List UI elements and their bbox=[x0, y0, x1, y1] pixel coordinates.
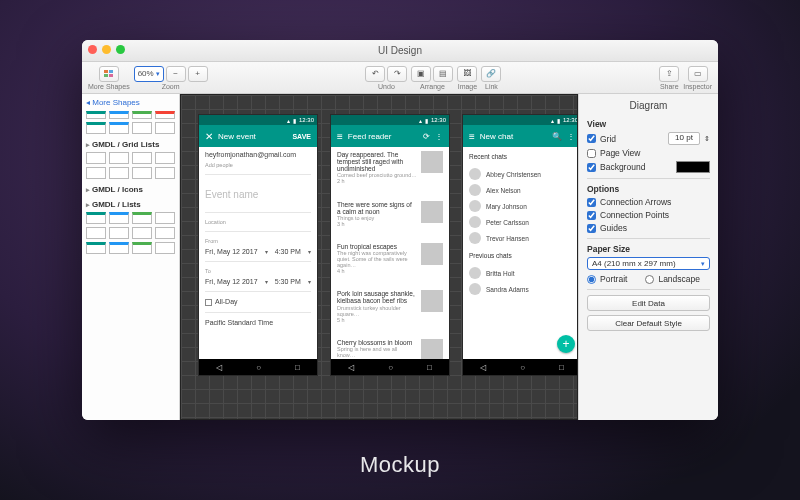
section-icons[interactable]: GMDL / Icons bbox=[86, 185, 175, 194]
shape-thumb[interactable] bbox=[155, 122, 175, 134]
conn-arrows-checkbox[interactable] bbox=[587, 198, 596, 207]
section-grid-lists[interactable]: GMDL / Grid Lists bbox=[86, 140, 175, 149]
clear-default-style-button[interactable]: Clear Default Style bbox=[587, 315, 710, 331]
shape-thumb[interactable] bbox=[86, 111, 106, 119]
inspector-button[interactable]: ▭ bbox=[688, 66, 708, 82]
overflow-icon[interactable]: ⋮ bbox=[435, 132, 443, 141]
shape-thumb[interactable] bbox=[155, 227, 175, 239]
chevron-down-icon[interactable]: ▾ bbox=[308, 278, 311, 285]
mockup-phone-new-event[interactable]: ▴ ▮ 12:30 ✕ New event SAVE heyfromjonath… bbox=[199, 115, 317, 375]
menu-icon[interactable]: ≡ bbox=[469, 131, 475, 142]
fab-new-chat[interactable]: + bbox=[557, 335, 575, 353]
shape-thumb[interactable] bbox=[132, 152, 152, 164]
chevron-down-icon[interactable]: ▾ bbox=[308, 248, 311, 255]
shape-thumb[interactable] bbox=[109, 167, 129, 179]
chat-item[interactable]: Mary Johnson bbox=[469, 198, 575, 214]
chat-item[interactable]: Peter Carlsson bbox=[469, 214, 575, 230]
from-date[interactable]: Fri, May 12 2017 bbox=[205, 248, 258, 255]
canvas[interactable]: ▴ ▮ 12:30 ✕ New event SAVE heyfromjonath… bbox=[180, 94, 578, 420]
guides-checkbox[interactable] bbox=[587, 224, 596, 233]
link-button[interactable]: 🔗 bbox=[481, 66, 501, 82]
shape-thumb[interactable] bbox=[132, 227, 152, 239]
shape-thumb[interactable] bbox=[86, 242, 106, 254]
paper-size-select[interactable]: A4 (210 mm x 297 mm) bbox=[587, 257, 710, 270]
shape-thumb[interactable] bbox=[155, 111, 175, 119]
shape-thumb[interactable] bbox=[86, 122, 106, 134]
section-lists[interactable]: GMDL / Lists bbox=[86, 200, 175, 209]
back-icon[interactable]: ◁ bbox=[348, 363, 354, 372]
shape-thumb[interactable] bbox=[132, 111, 152, 119]
background-checkbox[interactable] bbox=[587, 163, 596, 172]
undo-button[interactable]: ↶ bbox=[365, 66, 385, 82]
shape-thumb[interactable] bbox=[132, 212, 152, 224]
shape-thumb[interactable] bbox=[132, 122, 152, 134]
shapes-icon[interactable] bbox=[99, 66, 119, 82]
stepper-icon[interactable]: ⇕ bbox=[704, 135, 710, 143]
portrait-radio[interactable] bbox=[587, 275, 596, 284]
bring-front-button[interactable]: ▤ bbox=[433, 66, 453, 82]
chat-item[interactable]: Alex Nelson bbox=[469, 182, 575, 198]
send-back-button[interactable]: ▣ bbox=[411, 66, 431, 82]
feed-item[interactable]: Fun tropical escapesThe night was compar… bbox=[337, 243, 443, 274]
chat-item[interactable]: Trevor Hansen bbox=[469, 230, 575, 246]
shape-thumb[interactable] bbox=[155, 212, 175, 224]
shape-thumb[interactable] bbox=[109, 152, 129, 164]
to-date[interactable]: Fri, May 12 2017 bbox=[205, 278, 258, 285]
shape-thumb[interactable] bbox=[132, 242, 152, 254]
shape-thumb[interactable] bbox=[109, 111, 129, 119]
share-button[interactable]: ⇪ bbox=[659, 66, 679, 82]
shape-thumb[interactable] bbox=[132, 167, 152, 179]
shape-thumb[interactable] bbox=[86, 212, 106, 224]
shape-thumb[interactable] bbox=[155, 242, 175, 254]
maximize-icon[interactable] bbox=[116, 45, 125, 54]
shape-thumb[interactable] bbox=[86, 152, 106, 164]
menu-icon[interactable]: ≡ bbox=[337, 131, 343, 142]
save-button[interactable]: SAVE bbox=[292, 133, 311, 140]
background-color-swatch[interactable] bbox=[676, 161, 710, 173]
home-icon[interactable]: ○ bbox=[256, 363, 261, 372]
shape-thumb[interactable] bbox=[155, 152, 175, 164]
back-icon[interactable]: ◁ bbox=[216, 363, 222, 372]
overflow-icon[interactable]: ⋮ bbox=[567, 132, 575, 141]
feed-item[interactable]: Cherry blossoms in bloomSpring is here a… bbox=[337, 339, 443, 359]
chat-item[interactable]: Abbey Christensen bbox=[469, 166, 575, 182]
zoom-in-button[interactable]: + bbox=[188, 66, 208, 82]
allday-checkbox[interactable] bbox=[205, 299, 212, 306]
edit-data-button[interactable]: Edit Data bbox=[587, 295, 710, 311]
timezone-field[interactable]: Pacific Standard Time bbox=[205, 319, 311, 326]
shape-thumb[interactable] bbox=[109, 242, 129, 254]
event-name-input[interactable]: Event name bbox=[205, 189, 311, 200]
shape-thumb[interactable] bbox=[86, 227, 106, 239]
shape-thumb[interactable] bbox=[109, 227, 129, 239]
mockup-phone-feed[interactable]: ▴ ▮ 12:30 ≡ Feed reader ⟳ ⋮ Day reappear… bbox=[331, 115, 449, 375]
close-icon[interactable] bbox=[88, 45, 97, 54]
grid-size-input[interactable]: 10 pt bbox=[668, 132, 700, 145]
feed-item[interactable]: Day reappeared. The tempest still raged … bbox=[337, 151, 443, 185]
refresh-icon[interactable]: ⟳ bbox=[423, 132, 430, 141]
mockup-phone-new-chat[interactable]: ▴ ▮ 12:30 ≡ New chat 🔍 ⋮ Recent chats Ab… bbox=[463, 115, 578, 375]
shape-thumb[interactable] bbox=[155, 167, 175, 179]
page-view-checkbox[interactable] bbox=[587, 149, 596, 158]
from-time[interactable]: 4:30 PM bbox=[275, 248, 301, 255]
back-icon[interactable]: ◁ bbox=[480, 363, 486, 372]
shape-thumb[interactable] bbox=[109, 122, 129, 134]
search-icon[interactable]: 🔍 bbox=[552, 132, 562, 141]
home-icon[interactable]: ○ bbox=[388, 363, 393, 372]
feed-item[interactable]: There were some signs of a calm at noonT… bbox=[337, 201, 443, 227]
recent-icon[interactable]: □ bbox=[427, 363, 432, 372]
recent-icon[interactable]: □ bbox=[295, 363, 300, 372]
to-time[interactable]: 5:30 PM bbox=[275, 278, 301, 285]
conn-points-checkbox[interactable] bbox=[587, 211, 596, 220]
chat-item[interactable]: Sandra Adams bbox=[469, 281, 575, 297]
zoom-out-button[interactable]: − bbox=[166, 66, 186, 82]
email-field[interactable]: heyfromjonathan@gmail.com bbox=[205, 151, 311, 158]
chevron-down-icon[interactable]: ▾ bbox=[265, 278, 268, 285]
landscape-radio[interactable] bbox=[645, 275, 654, 284]
grid-checkbox[interactable] bbox=[587, 134, 596, 143]
chat-item[interactable]: Britta Holt bbox=[469, 265, 575, 281]
redo-button[interactable]: ↷ bbox=[387, 66, 407, 82]
image-button[interactable]: 🖼 bbox=[457, 66, 477, 82]
more-shapes-link[interactable]: More Shapes bbox=[86, 98, 175, 107]
zoom-select[interactable]: 60% bbox=[134, 66, 164, 82]
home-icon[interactable]: ○ bbox=[520, 363, 525, 372]
